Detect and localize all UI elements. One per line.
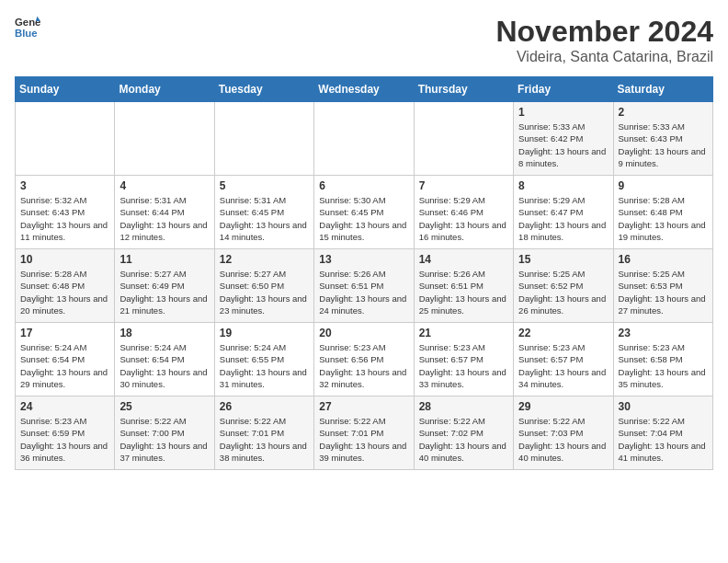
calendar-cell: 11Sunrise: 5:27 AMSunset: 6:49 PMDayligh… <box>115 249 214 323</box>
day-number: 13 <box>319 253 408 266</box>
day-info: Sunrise: 5:28 AMSunset: 6:48 PMDaylight:… <box>619 194 708 243</box>
calendar-body: 1Sunrise: 5:33 AMSunset: 6:42 PMDaylight… <box>16 102 713 470</box>
calendar-cell: 1Sunrise: 5:33 AMSunset: 6:42 PMDaylight… <box>514 102 613 176</box>
day-number: 2 <box>619 106 708 119</box>
calendar-cell <box>16 102 115 176</box>
day-info: Sunrise: 5:29 AMSunset: 6:46 PMDaylight:… <box>419 194 508 243</box>
calendar-cell <box>214 102 313 176</box>
month-title: November 2024 <box>495 15 713 49</box>
header: General Blue November 2024 Videira, Sant… <box>15 15 713 65</box>
calendar-cell <box>414 102 513 176</box>
day-number: 12 <box>220 253 309 266</box>
day-info: Sunrise: 5:27 AMSunset: 6:50 PMDaylight:… <box>220 268 309 316</box>
calendar-cell: 24Sunrise: 5:23 AMSunset: 6:59 PMDayligh… <box>16 396 115 470</box>
weekday-thursday: Thursday <box>414 77 513 102</box>
calendar-cell: 7Sunrise: 5:29 AMSunset: 6:46 PMDaylight… <box>414 176 513 249</box>
day-number: 5 <box>220 179 309 192</box>
day-info: Sunrise: 5:30 AMSunset: 6:45 PMDaylight:… <box>319 194 408 243</box>
calendar-cell: 15Sunrise: 5:25 AMSunset: 6:52 PMDayligh… <box>514 249 613 323</box>
day-number: 28 <box>419 400 508 413</box>
calendar-week-3: 10Sunrise: 5:28 AMSunset: 6:48 PMDayligh… <box>16 249 713 323</box>
calendar-week-5: 24Sunrise: 5:23 AMSunset: 6:59 PMDayligh… <box>16 396 713 470</box>
day-info: Sunrise: 5:24 AMSunset: 6:54 PMDaylight:… <box>119 341 209 390</box>
day-number: 18 <box>119 327 209 339</box>
calendar-cell: 12Sunrise: 5:27 AMSunset: 6:50 PMDayligh… <box>214 249 313 323</box>
day-info: Sunrise: 5:22 AMSunset: 7:02 PMDaylight:… <box>419 415 508 464</box>
day-info: Sunrise: 5:22 AMSunset: 7:01 PMDaylight:… <box>220 415 309 464</box>
calendar-cell: 29Sunrise: 5:22 AMSunset: 7:03 PMDayligh… <box>514 396 613 470</box>
day-number: 3 <box>20 179 109 192</box>
day-info: Sunrise: 5:26 AMSunset: 6:51 PMDaylight:… <box>319 268 408 316</box>
calendar-cell: 9Sunrise: 5:28 AMSunset: 6:48 PMDaylight… <box>613 176 712 249</box>
calendar-cell: 28Sunrise: 5:22 AMSunset: 7:02 PMDayligh… <box>414 396 513 470</box>
calendar-cell: 23Sunrise: 5:23 AMSunset: 6:58 PMDayligh… <box>613 323 712 396</box>
calendar-cell: 16Sunrise: 5:25 AMSunset: 6:53 PMDayligh… <box>613 249 712 323</box>
day-number: 11 <box>119 253 209 266</box>
calendar-cell: 25Sunrise: 5:22 AMSunset: 7:00 PMDayligh… <box>115 396 214 470</box>
day-info: Sunrise: 5:32 AMSunset: 6:43 PMDaylight:… <box>20 194 109 243</box>
day-info: Sunrise: 5:29 AMSunset: 6:47 PMDaylight:… <box>518 194 608 243</box>
day-info: Sunrise: 5:22 AMSunset: 7:01 PMDaylight:… <box>319 415 408 464</box>
day-info: Sunrise: 5:24 AMSunset: 6:55 PMDaylight:… <box>220 341 309 390</box>
day-number: 24 <box>20 400 109 413</box>
day-number: 10 <box>20 253 109 266</box>
day-number: 14 <box>419 253 508 266</box>
day-info: Sunrise: 5:24 AMSunset: 6:54 PMDaylight:… <box>20 341 109 390</box>
calendar-week-1: 1Sunrise: 5:33 AMSunset: 6:42 PMDaylight… <box>16 102 713 176</box>
calendar-cell: 4Sunrise: 5:31 AMSunset: 6:44 PMDaylight… <box>115 176 214 249</box>
calendar-cell: 19Sunrise: 5:24 AMSunset: 6:55 PMDayligh… <box>214 323 313 396</box>
calendar-cell: 14Sunrise: 5:26 AMSunset: 6:51 PMDayligh… <box>414 249 513 323</box>
day-number: 29 <box>518 400 608 413</box>
day-number: 26 <box>220 400 309 413</box>
day-info: Sunrise: 5:28 AMSunset: 6:48 PMDaylight:… <box>20 268 109 316</box>
calendar-cell: 21Sunrise: 5:23 AMSunset: 6:57 PMDayligh… <box>414 323 513 396</box>
day-number: 23 <box>619 327 708 339</box>
calendar-cell <box>115 102 214 176</box>
weekday-monday: Monday <box>115 77 214 102</box>
location-title: Videira, Santa Catarina, Brazil <box>495 49 713 65</box>
calendar-cell: 13Sunrise: 5:26 AMSunset: 6:51 PMDayligh… <box>314 249 414 323</box>
day-info: Sunrise: 5:31 AMSunset: 6:44 PMDaylight:… <box>119 194 209 243</box>
calendar-table: SundayMondayTuesdayWednesdayThursdayFrid… <box>15 76 713 470</box>
calendar-cell: 30Sunrise: 5:22 AMSunset: 7:04 PMDayligh… <box>613 396 712 470</box>
weekday-wednesday: Wednesday <box>314 77 414 102</box>
calendar-week-2: 3Sunrise: 5:32 AMSunset: 6:43 PMDaylight… <box>16 176 713 249</box>
day-info: Sunrise: 5:26 AMSunset: 6:51 PMDaylight:… <box>419 268 508 316</box>
calendar-cell: 27Sunrise: 5:22 AMSunset: 7:01 PMDayligh… <box>314 396 414 470</box>
day-number: 9 <box>619 179 708 192</box>
day-number: 25 <box>119 400 209 413</box>
day-number: 17 <box>20 327 109 339</box>
day-number: 6 <box>319 179 408 192</box>
calendar-cell: 2Sunrise: 5:33 AMSunset: 6:43 PMDaylight… <box>613 102 712 176</box>
weekday-friday: Friday <box>514 77 613 102</box>
calendar-cell: 10Sunrise: 5:28 AMSunset: 6:48 PMDayligh… <box>16 249 115 323</box>
day-info: Sunrise: 5:31 AMSunset: 6:45 PMDaylight:… <box>220 194 309 243</box>
calendar-cell <box>314 102 414 176</box>
calendar-week-4: 17Sunrise: 5:24 AMSunset: 6:54 PMDayligh… <box>16 323 713 396</box>
calendar-cell: 17Sunrise: 5:24 AMSunset: 6:54 PMDayligh… <box>16 323 115 396</box>
day-info: Sunrise: 5:23 AMSunset: 6:59 PMDaylight:… <box>20 415 109 464</box>
calendar-cell: 18Sunrise: 5:24 AMSunset: 6:54 PMDayligh… <box>115 323 214 396</box>
weekday-saturday: Saturday <box>613 77 712 102</box>
day-number: 1 <box>518 106 608 119</box>
svg-text:Blue: Blue <box>15 28 38 39</box>
day-info: Sunrise: 5:33 AMSunset: 6:43 PMDaylight:… <box>619 121 708 169</box>
day-number: 8 <box>518 179 608 192</box>
day-number: 20 <box>319 327 408 339</box>
weekday-header-row: SundayMondayTuesdayWednesdayThursdayFrid… <box>16 77 713 102</box>
day-number: 4 <box>119 179 209 192</box>
weekday-tuesday: Tuesday <box>214 77 313 102</box>
weekday-sunday: Sunday <box>16 77 115 102</box>
day-number: 30 <box>619 400 708 413</box>
calendar-cell: 22Sunrise: 5:23 AMSunset: 6:57 PMDayligh… <box>514 323 613 396</box>
day-info: Sunrise: 5:25 AMSunset: 6:53 PMDaylight:… <box>619 268 708 316</box>
day-info: Sunrise: 5:33 AMSunset: 6:42 PMDaylight:… <box>518 121 608 169</box>
day-number: 19 <box>220 327 309 339</box>
calendar-cell: 20Sunrise: 5:23 AMSunset: 6:56 PMDayligh… <box>314 323 414 396</box>
day-number: 15 <box>518 253 608 266</box>
title-area: November 2024 Videira, Santa Catarina, B… <box>495 15 713 65</box>
day-info: Sunrise: 5:22 AMSunset: 7:04 PMDaylight:… <box>619 415 708 464</box>
day-info: Sunrise: 5:23 AMSunset: 6:57 PMDaylight:… <box>419 341 508 390</box>
day-number: 27 <box>319 400 408 413</box>
calendar-cell: 26Sunrise: 5:22 AMSunset: 7:01 PMDayligh… <box>214 396 313 470</box>
